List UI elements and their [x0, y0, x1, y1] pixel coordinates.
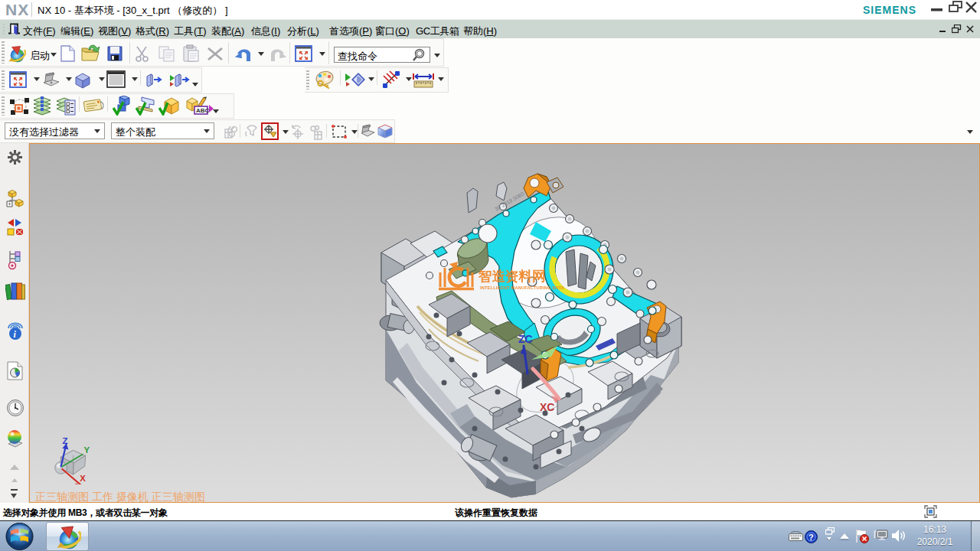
svg-text:Y: Y: [84, 445, 90, 455]
svg-text:X: X: [80, 474, 86, 483]
svg-text:?: ?: [808, 533, 814, 542]
svg-text:智造资料网: 智造资料网: [478, 269, 546, 284]
svg-text:Z: Z: [62, 436, 67, 445]
svg-text:INTELLIGENT MANUFACTURING DATA: INTELLIGENT MANUFACTURING DATA: [480, 285, 564, 290]
svg-text:ZC: ZC: [518, 333, 533, 345]
svg-text:XC: XC: [540, 401, 554, 413]
svg-text:ABC: ABC: [196, 107, 210, 114]
